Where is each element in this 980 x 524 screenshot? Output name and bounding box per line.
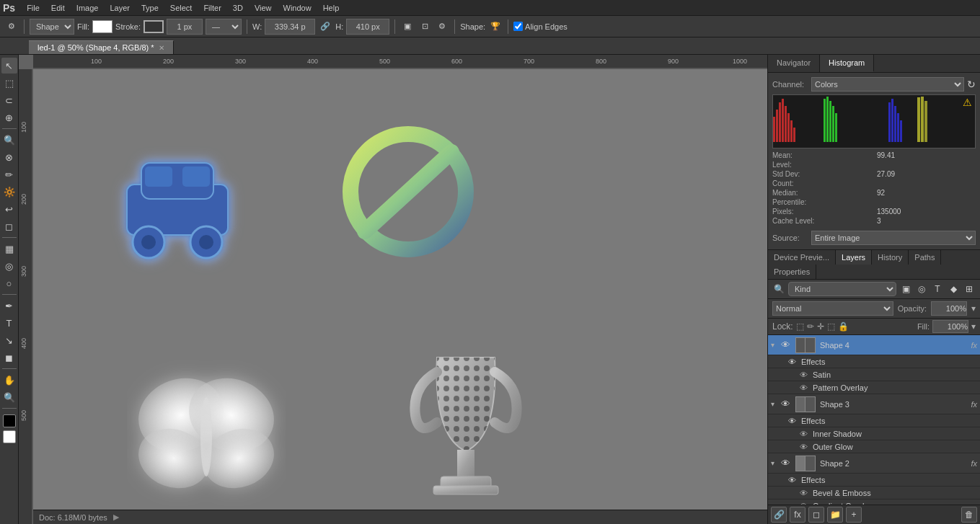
align-edges-checkbox[interactable] xyxy=(513,22,523,31)
layer-shape2[interactable]: ▾ 👁 Shape 2 fx xyxy=(768,453,980,474)
lock-artboard-icon[interactable]: ⬚ xyxy=(827,321,835,332)
settings-icon[interactable]: ⚙ xyxy=(435,19,449,34)
tab-navigator[interactable]: Navigator xyxy=(768,55,820,72)
type-tool[interactable]: T xyxy=(1,315,17,331)
layer-shape3[interactable]: ▾ 👁 Shape 3 fx xyxy=(768,394,980,414)
history-brush[interactable]: ↩ xyxy=(1,201,17,217)
crop-tool[interactable]: ⊕ xyxy=(1,110,17,125)
create-layer-button[interactable]: + xyxy=(846,507,862,523)
effect-eye-pattern[interactable]: 👁 xyxy=(800,383,810,392)
effect-eye-satin[interactable]: 👁 xyxy=(800,370,810,379)
sub-tab-device-preview[interactable]: Device Previe... xyxy=(768,250,836,265)
effect-outer-glow-shape3[interactable]: 👁 Outer Glow xyxy=(768,440,980,453)
stroke-style-select[interactable]: — xyxy=(206,19,242,35)
gradient-tool[interactable]: ▦ xyxy=(1,241,17,257)
opacity-input[interactable] xyxy=(931,301,967,316)
clone-tool[interactable]: 🔆 xyxy=(1,184,17,200)
document-tab[interactable]: led-1 @ 50% (Shape 4, RGB/8) * ✕ xyxy=(29,40,174,54)
align-center-icon[interactable]: ⊡ xyxy=(418,19,432,34)
source-select[interactable]: Entire Image xyxy=(811,231,976,245)
status-arrow[interactable]: ▶ xyxy=(113,512,119,522)
menu-edit[interactable]: Edit xyxy=(45,0,71,16)
blur-tool[interactable]: ◎ xyxy=(1,258,17,274)
effects-visibility-shape2[interactable]: 👁 xyxy=(788,476,798,484)
sub-tab-history[interactable]: History xyxy=(872,250,909,265)
healing-tool[interactable]: ⊗ xyxy=(1,149,17,165)
effect-pattern-shape4[interactable]: 👁 Pattern Overlay xyxy=(768,381,980,394)
width-input[interactable] xyxy=(265,19,315,35)
shape-type-select[interactable]: Shape xyxy=(30,19,74,35)
channel-select[interactable]: Colors xyxy=(811,77,964,92)
lasso-tool[interactable]: ⊂ xyxy=(1,92,17,108)
lock-image-icon[interactable]: ✏ xyxy=(807,321,814,332)
menu-image[interactable]: Image xyxy=(71,0,105,16)
layer-expand-shape2[interactable]: ▾ xyxy=(771,459,780,467)
menu-type[interactable]: Type xyxy=(136,0,164,16)
kind-filter-select[interactable]: Kind xyxy=(788,282,896,296)
sub-tab-paths[interactable]: Paths xyxy=(909,250,941,265)
create-group-button[interactable]: 📁 xyxy=(827,507,843,523)
fill-dropdown-icon[interactable]: ▾ xyxy=(971,321,976,332)
sub-tab-layers[interactable]: Layers xyxy=(836,250,872,265)
move-tool[interactable]: ↖ xyxy=(1,58,17,74)
stroke-width-input[interactable] xyxy=(167,19,203,35)
add-mask-button[interactable]: ◻ xyxy=(808,507,824,523)
effect-eye-bevel[interactable]: 👁 xyxy=(800,489,810,497)
hand-tool[interactable]: ✋ xyxy=(1,372,17,388)
add-style-button[interactable]: fx xyxy=(790,507,805,523)
layer-expand-shape4[interactable]: ▾ xyxy=(771,341,780,349)
add-link-button[interactable]: 🔗 xyxy=(771,507,787,523)
shape-tool[interactable]: ◼ xyxy=(1,350,17,365)
eraser-tool[interactable]: ◻ xyxy=(1,218,17,234)
eyedropper-tool[interactable]: 🔍 xyxy=(1,132,17,148)
background-color[interactable] xyxy=(3,430,16,443)
menu-filter[interactable]: Filter xyxy=(198,0,226,16)
height-input[interactable] xyxy=(346,19,389,35)
filter-smart-icon[interactable]: ⊞ xyxy=(963,283,976,296)
tab-histogram[interactable]: Histogram xyxy=(820,55,874,72)
link-dimensions-icon[interactable]: 🔗 xyxy=(318,19,332,34)
filter-pixel-icon[interactable]: ▣ xyxy=(899,283,912,296)
menu-window[interactable]: Window xyxy=(278,0,317,16)
delete-layer-button[interactable]: 🗑 xyxy=(961,507,977,523)
layer-expand-shape3[interactable]: ▾ xyxy=(771,400,780,408)
menu-file[interactable]: File xyxy=(21,0,45,16)
layer-fx-shape3[interactable]: fx xyxy=(971,400,977,409)
effect-eye-inner-shadow[interactable]: 👁 xyxy=(800,430,810,438)
fill-input[interactable] xyxy=(932,320,968,333)
tool-options-icon[interactable]: ⚙ xyxy=(4,19,19,34)
lock-position-icon[interactable]: ✛ xyxy=(817,321,824,332)
dodge-tool[interactable]: ○ xyxy=(1,275,17,291)
brush-tool[interactable]: ✏ xyxy=(1,166,17,182)
effect-eye-outer-glow[interactable]: 👁 xyxy=(800,443,810,451)
path-select-tool[interactable]: ↘ xyxy=(1,332,17,348)
layer-fx-shape2[interactable]: fx xyxy=(971,459,977,468)
tab-close-button[interactable]: ✕ xyxy=(159,44,164,52)
zoom-tool[interactable]: 🔍 xyxy=(1,389,17,405)
menu-view[interactable]: View xyxy=(249,0,278,16)
foreground-color[interactable] xyxy=(3,414,16,427)
fill-color-box[interactable] xyxy=(92,20,112,33)
canvas-area[interactable]: 100 200 300 400 500 600 700 800 900 1000… xyxy=(19,55,767,524)
stroke-color-box[interactable] xyxy=(144,20,164,33)
align-left-icon[interactable]: ▣ xyxy=(400,19,415,34)
menu-layer[interactable]: Layer xyxy=(104,0,136,16)
effect-satin-shape4[interactable]: 👁 Satin xyxy=(768,368,980,381)
layer-fx-shape4[interactable]: fx xyxy=(971,341,977,350)
pen-tool[interactable]: ✒ xyxy=(1,298,17,314)
filter-type-t-icon[interactable]: T xyxy=(931,283,944,296)
shape-trophy-icon[interactable]: 🏆 xyxy=(488,19,503,34)
lock-transparency-icon[interactable]: ⬚ xyxy=(796,321,804,332)
layer-visibility-shape3[interactable]: 👁 xyxy=(781,399,793,409)
layer-visibility-shape2[interactable]: 👁 xyxy=(781,458,793,469)
opacity-dropdown-icon[interactable]: ▾ xyxy=(971,303,976,314)
canvas-content[interactable] xyxy=(33,69,767,510)
layer-shape4[interactable]: ▾ 👁 Shape 4 fx xyxy=(768,335,980,355)
effects-visibility-shape3[interactable]: 👁 xyxy=(788,417,798,425)
effects-visibility-shape4[interactable]: 👁 xyxy=(788,358,798,366)
filter-adjust-icon[interactable]: ◎ xyxy=(915,283,928,296)
menu-select[interactable]: Select xyxy=(164,0,198,16)
selection-tool[interactable]: ⬚ xyxy=(1,75,17,91)
filter-type-icon[interactable]: 🔍 xyxy=(772,283,785,296)
effect-gradient-shape2[interactable]: 👁 Gradient Overlay xyxy=(768,499,980,505)
